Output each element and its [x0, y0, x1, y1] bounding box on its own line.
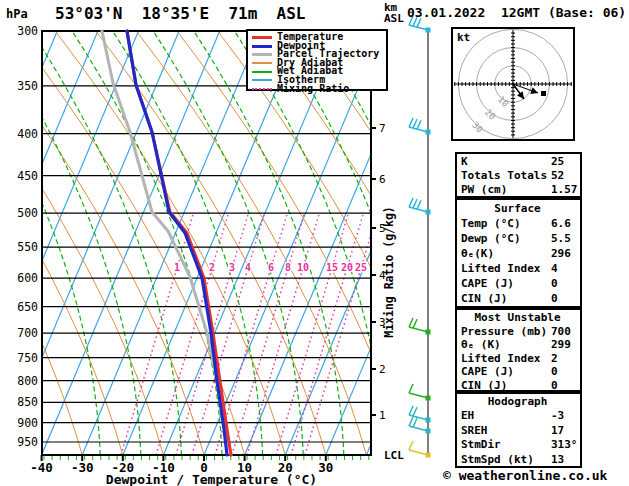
stat-label: CIN (J)	[461, 379, 507, 392]
pressure-tick-label: 650	[17, 300, 38, 314]
stat-row: SREH17	[461, 424, 580, 438]
station-title: 53°03'N 18°35'E 71m ASL	[55, 4, 305, 23]
hodograph-unit-label: kt	[457, 31, 470, 44]
panel-indices: K25Totals Totals52PW (cm)1.57	[455, 152, 582, 198]
stat-value: 1.57	[551, 183, 578, 197]
pressure-tick-label: 500	[17, 206, 38, 220]
stat-value: 4	[551, 261, 558, 276]
dry-adiabat-line	[583, 31, 629, 455]
stat-value: 25	[551, 155, 564, 169]
altitude-unit-asl: ASL	[384, 13, 404, 24]
stat-label: K	[461, 155, 468, 168]
legend-swatch	[252, 71, 272, 73]
stat-label: PW (cm)	[461, 183, 507, 196]
stat-row: PW (cm)1.57	[461, 183, 580, 197]
lcl-label: LCL	[384, 449, 404, 462]
stat-row: Lifted Index4	[461, 261, 580, 276]
stat-label: Lifted Index	[461, 262, 540, 275]
altitude-unit-label: km ASL	[384, 2, 404, 24]
mixing-ratio-value-label: 8	[285, 262, 291, 273]
isotherm-line	[204, 31, 382, 455]
pressure-tick-label: 550	[17, 240, 38, 254]
mixing-ratio-value-label: 1	[174, 262, 180, 273]
stat-row: Dewp (°C)5.5	[461, 231, 580, 246]
stat-row: K25	[461, 155, 580, 169]
credit-link[interactable]: © weatheronline.co.uk	[443, 468, 607, 483]
stat-row: Totals Totals52	[461, 169, 580, 183]
stat-label: CAPE (J)	[461, 365, 514, 378]
isotherm-line	[123, 31, 301, 455]
stat-value: 5.5	[551, 231, 571, 246]
panel-surface: SurfaceTemp (°C)6.6Dewp (°C)5.5θₑ(K)296L…	[455, 198, 582, 308]
mixing-ratio-value-label: 25	[355, 262, 367, 273]
legend-box: TemperatureDewpointParcel TrajectoryDry …	[246, 29, 388, 91]
legend-swatch	[252, 79, 272, 81]
sounding-app: 1234681015202530035040045050055060065070…	[0, 0, 629, 486]
stat-value: 6.6	[551, 216, 571, 231]
pressure-tick-label: 400	[17, 127, 38, 141]
stat-value: 296	[551, 246, 571, 261]
stat-label: SREH	[461, 424, 488, 437]
stat-value: 52	[551, 169, 564, 183]
x-axis-label: Dewpoint / Temperature (°C)	[106, 472, 317, 486]
pressure-tick-label: 900	[17, 416, 38, 430]
stat-label: Dewp (°C)	[461, 232, 521, 245]
mixing-ratio-axis-label: Mixing Ratio (g/kg)	[382, 206, 396, 338]
stat-value: 2	[551, 352, 558, 366]
legend-swatch	[252, 36, 272, 39]
legend-item: Mixing Ratio	[252, 85, 386, 94]
temp-tick-label: 30	[318, 460, 333, 475]
pressure-tick-label: 800	[17, 374, 38, 388]
temp-tick-label: -40	[30, 460, 53, 475]
stat-value: 0	[551, 276, 558, 291]
legend-swatch	[252, 45, 272, 48]
stat-row: Lifted Index2	[461, 352, 580, 366]
pressure-tick-label: 950	[17, 435, 38, 449]
stat-row: Pressure (mb)700	[461, 325, 580, 339]
wet-adiabat-line	[600, 31, 629, 455]
stat-value: 0	[551, 365, 558, 379]
stat-value: 17	[551, 424, 564, 438]
hodograph-storm-marker	[541, 91, 546, 96]
stat-value: -3	[551, 409, 564, 423]
stat-label: Pressure (mb)	[461, 325, 547, 338]
stat-row: CIN (J)0	[461, 379, 580, 393]
stat-label: θₑ (K)	[461, 338, 501, 351]
stat-value: 13	[551, 453, 564, 467]
stat-label: CAPE (J)	[461, 277, 514, 290]
stat-row: θₑ(K)296	[461, 246, 580, 261]
km-tick-label: 1	[379, 409, 386, 422]
pressure-tick-label: 300	[17, 24, 38, 38]
wind-barb	[409, 118, 431, 135]
mixing-ratio-value-label: 20	[341, 262, 353, 273]
km-tick-label: 7	[379, 122, 386, 135]
stat-label: CIN (J)	[461, 292, 507, 305]
isotherm-line	[285, 31, 463, 455]
mixing-ratio-value-label: 2	[209, 262, 215, 273]
mixing-ratio-value-label: 6	[268, 262, 274, 273]
km-tick-label: 6	[379, 173, 386, 186]
wind-barb	[409, 441, 431, 458]
stat-row: θₑ (K)299	[461, 338, 580, 352]
legend-swatch	[252, 62, 272, 64]
stat-label: EH	[461, 409, 474, 422]
stat-value: 0	[551, 379, 558, 393]
pressure-unit-label: hPa	[6, 7, 28, 21]
wet-adiabat-line	[194, 31, 344, 455]
wet-adiabat-line	[0, 31, 100, 455]
panel-hodograph-stats: HodographEH-3SREH17StmDir313°StmSpd (kt)…	[455, 392, 582, 468]
stat-row: Temp (°C)6.6	[461, 216, 580, 231]
stat-label: StmSpd (kt)	[461, 453, 534, 466]
stat-value: 299	[551, 338, 571, 352]
stat-row: EH-3	[461, 409, 580, 423]
km-tick-label: 2	[379, 363, 386, 376]
temp-tick-label: -30	[71, 460, 94, 475]
stat-label: θₑ(K)	[461, 247, 494, 260]
panel-title: Hodograph	[461, 395, 580, 409]
legend-label: Mixing Ratio	[277, 83, 349, 94]
wind-barb	[409, 384, 431, 401]
stat-row: CAPE (J)0	[461, 365, 580, 379]
stat-row: StmSpd (kt)13	[461, 453, 580, 467]
hodograph: 102030kt	[452, 28, 574, 140]
stat-label: StmDir	[461, 438, 501, 451]
